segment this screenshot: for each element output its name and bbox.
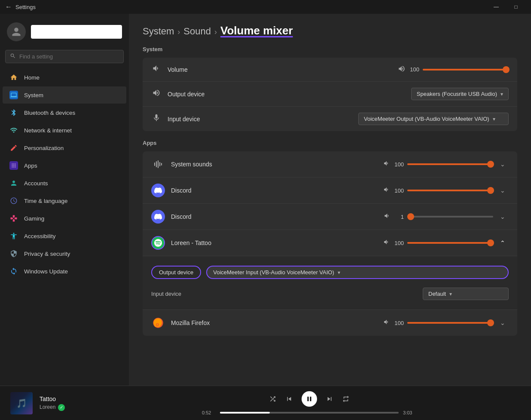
next-button[interactable] (326, 395, 333, 403)
vol-icon (383, 239, 390, 247)
back-button[interactable]: ← (5, 3, 12, 11)
system-sounds-expand-btn[interactable]: ⌄ (497, 158, 509, 170)
output-device-dropdown[interactable]: Speakers (Focusrite USB Audio) ▾ (411, 88, 509, 100)
vol-icon (383, 186, 390, 195)
system-sounds-icon (151, 157, 165, 171)
system-sounds-volume-value: 100 (394, 161, 404, 168)
loreen-input-device-dropdown[interactable]: Default ▾ (423, 288, 509, 300)
minimize-button[interactable]: — (486, 0, 506, 14)
input-device-icon (151, 113, 162, 124)
gaming-icon (9, 214, 18, 223)
breadcrumb: System › Sound › Volume mixer (129, 14, 531, 44)
discord-2-slider[interactable] (407, 216, 493, 218)
np-progress-bar[interactable] (220, 412, 399, 414)
np-current-time: 0:52 (202, 410, 216, 415)
vol-icon-low (383, 212, 390, 221)
loreen-output-device-value: VoiceMeeter Input (VB-Audio VoiceMeeter … (213, 269, 334, 276)
np-album-art: 🎵 (10, 392, 33, 414)
search-box[interactable] (5, 50, 124, 63)
spotify-verified-icon: ✓ (58, 404, 65, 411)
search-icon (10, 53, 16, 60)
prev-button[interactable] (285, 395, 293, 403)
discord-1-row: Discord 100 ⌄ (143, 178, 517, 204)
loreen-expand-btn[interactable]: ⌃ (497, 237, 509, 249)
firefox-row: Mozilla Firefox 100 ⌄ (143, 310, 517, 336)
time-icon (9, 196, 18, 205)
system-card: Volume 100 (143, 58, 517, 131)
avatar[interactable] (7, 22, 26, 41)
sidebar-item-time[interactable]: Time & language (3, 192, 126, 209)
firefox-volume-control[interactable]: 100 ⌄ (383, 317, 509, 329)
input-device-dropdown[interactable]: VoiceMeeter Output (VB-Audio VoiceMeeter… (358, 113, 509, 125)
repeat-button[interactable] (342, 395, 350, 403)
input-device-row: Input device VoiceMeeter Output (VB-Audi… (143, 107, 517, 131)
home-icon (9, 73, 18, 82)
system-sounds-row: System sounds 100 ⌄ (143, 151, 517, 178)
input-device-label: Input device (168, 116, 358, 123)
bluetooth-icon (9, 108, 18, 117)
discord-1-expand-btn[interactable]: ⌄ (497, 184, 509, 196)
system-sounds-volume-control[interactable]: 100 ⌄ (383, 158, 509, 170)
volume-control[interactable]: 100 (398, 65, 509, 74)
breadcrumb-sep-1: › (177, 28, 180, 37)
loreen-volume-value: 100 (394, 240, 404, 246)
volume-label: Volume (168, 66, 398, 73)
system-sounds-slider[interactable] (407, 163, 493, 165)
discord-1-slider[interactable] (407, 190, 493, 191)
user-name-box (31, 25, 122, 39)
sidebar-item-bluetooth[interactable]: Bluetooth & devices (3, 104, 126, 121)
discord-2-volume-control[interactable]: 1 ⌄ (383, 211, 509, 223)
output-device-value: Speakers (Focusrite USB Audio) (417, 91, 497, 97)
titlebar: ← Settings — □ (0, 0, 531, 14)
discord-2-expand-btn[interactable]: ⌄ (497, 211, 509, 223)
accessibility-icon (9, 232, 18, 240)
loreen-label: Loreen - Tattoo (171, 239, 383, 246)
app-title: Settings (15, 4, 36, 10)
album-image: 🎵 (10, 392, 33, 414)
loreen-row: Loreen - Tattoo 100 ⌃ (143, 230, 517, 256)
np-progress-bar-area[interactable]: 0:52 3:03 (202, 410, 417, 415)
user-section (0, 14, 129, 48)
sidebar-item-network[interactable]: Network & internet (3, 122, 126, 139)
sidebar-item-accessibility[interactable]: Accessibility (3, 227, 126, 245)
spotify-icon (151, 236, 165, 250)
apps-icon (9, 161, 18, 170)
sidebar-item-label: Home (24, 74, 40, 81)
now-playing-bar: 🎵 Tattoo Loreen ✓ 0:52 (0, 386, 531, 420)
sidebar-item-personalization[interactable]: Personalization (3, 139, 126, 156)
firefox-slider[interactable] (407, 322, 493, 324)
svg-rect-3 (154, 162, 155, 166)
update-icon (9, 267, 18, 276)
chevron-icon: ▾ (338, 270, 340, 276)
loreen-output-device-dropdown[interactable]: VoiceMeeter Input (VB-Audio VoiceMeeter … (206, 266, 509, 279)
titlebar-controls: — □ (486, 0, 526, 14)
vol-speaker-icon (398, 65, 406, 74)
sidebar-item-gaming[interactable]: Gaming (3, 210, 126, 227)
loreen-output-device-btn[interactable]: Output device (151, 266, 201, 279)
sidebar-item-label: Gaming (24, 215, 44, 222)
np-total-time: 3:03 (403, 410, 417, 415)
loreen-slider[interactable] (407, 242, 493, 244)
loreen-output-device-row: Output device VoiceMeeter Input (VB-Audi… (151, 261, 509, 283)
breadcrumb-sound[interactable]: Sound (183, 26, 211, 37)
breadcrumb-system[interactable]: System (143, 26, 174, 37)
sidebar-item-label: Privacy & security (24, 251, 70, 257)
search-input[interactable] (19, 53, 119, 60)
play-pause-button[interactable] (302, 391, 317, 407)
sidebar-item-accounts[interactable]: Accounts (3, 175, 126, 192)
input-device-value: VoiceMeeter Output (VB-Audio VoiceMeeter… (364, 116, 489, 122)
discord-2-icon (151, 210, 165, 224)
sidebar-item-label: Bluetooth & devices (24, 110, 75, 116)
discord-1-volume-control[interactable]: 100 ⌄ (383, 184, 509, 196)
output-device-label: Output device (168, 91, 411, 98)
loreen-volume-control[interactable]: 100 ⌃ (383, 237, 509, 249)
sidebar-item-home[interactable]: Home (3, 69, 126, 86)
sidebar-item-system[interactable]: System (3, 86, 126, 104)
shuffle-button[interactable] (269, 395, 277, 403)
sidebar-item-update[interactable]: Windows Update (3, 263, 126, 280)
firefox-expand-btn[interactable]: ⌄ (497, 317, 509, 329)
sidebar-item-apps[interactable]: Apps (3, 157, 126, 174)
maximize-button[interactable]: □ (506, 0, 526, 14)
volume-slider[interactable] (423, 69, 509, 71)
sidebar-item-privacy[interactable]: Privacy & security (3, 245, 126, 262)
